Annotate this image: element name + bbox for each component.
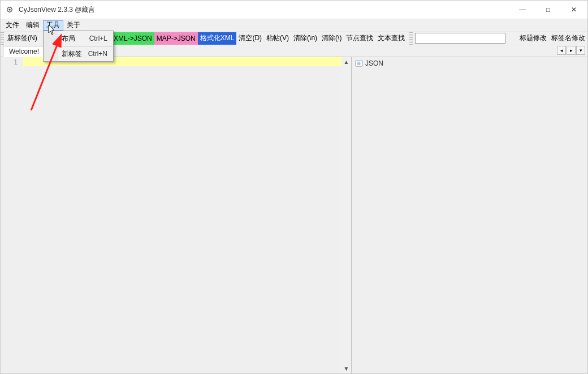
close-button[interactable]: ✕: [561, 1, 586, 18]
tab-prev-button[interactable]: ◂: [557, 46, 566, 55]
tool-map-to-json[interactable]: MAP->JSON: [154, 32, 198, 45]
text-editor[interactable]: [23, 57, 341, 373]
tool-dropdown: 布局 Ctrl+L 新标签 Ctrl+N: [43, 31, 114, 62]
maximize-button[interactable]: □: [535, 1, 561, 18]
editor-gutter: 1: [1, 57, 23, 373]
tool-node-find[interactable]: 节点查找: [344, 32, 375, 45]
svg-point-1: [8, 8, 11, 11]
tool-title-modify[interactable]: 标题修改: [517, 32, 549, 45]
menu-tool[interactable]: 工具: [43, 20, 63, 31]
tool-clear[interactable]: 清空(D): [236, 32, 264, 45]
tool-search-input[interactable]: [415, 33, 505, 44]
tool-text-find[interactable]: 文本查找: [375, 32, 407, 45]
line-number-1: 1: [1, 58, 18, 66]
toolbar-grip-2: [409, 32, 413, 45]
tool-tabname-modify[interactable]: 标签名修改: [549, 32, 587, 45]
tree-root-label: JSON: [365, 59, 383, 67]
tree-pane: JSON: [352, 57, 587, 373]
dropdown-newtab-shortcut: Ctrl+N: [88, 50, 113, 58]
editor-pane: 1 ▲ ▼: [1, 57, 352, 373]
dropdown-layout-shortcut: Ctrl+L: [89, 35, 113, 42]
menu-about[interactable]: 关于: [63, 20, 84, 31]
dropdown-newtab[interactable]: 新标签 Ctrl+N: [44, 48, 113, 60]
tool-strip-backslash[interactable]: 清除(\): [319, 32, 344, 45]
tab-next-button[interactable]: ▸: [567, 46, 576, 55]
dropdown-newtab-label: 新标签: [62, 49, 82, 59]
tool-format-xml[interactable]: 格式化XML: [198, 32, 237, 45]
dropdown-separator: [59, 46, 112, 46]
menu-edit[interactable]: 编辑: [23, 20, 43, 31]
json-icon: [355, 59, 363, 67]
titlebar: CyJsonView 2.3.3 @藏言 — □ ✕: [1, 1, 587, 19]
tool-strip-newline[interactable]: 清除(\n): [291, 32, 319, 45]
menu-file[interactable]: 文件: [2, 20, 23, 31]
tab-menu-button[interactable]: ▾: [576, 46, 585, 55]
scroll-down-button[interactable]: ▼: [341, 364, 351, 373]
scroll-up-button[interactable]: ▲: [341, 57, 351, 67]
editor-scrollbar[interactable]: ▲ ▼: [341, 57, 351, 373]
minimize-button[interactable]: —: [510, 1, 535, 18]
tab-nav: ◂ ▸ ▾: [557, 46, 585, 55]
tree-root-node[interactable]: JSON: [355, 59, 584, 67]
app-title: CyJsonView 2.3.3 @藏言: [19, 5, 95, 15]
dropdown-layout-label: 布局: [62, 34, 75, 44]
app-icon: [4, 4, 15, 15]
tool-paste[interactable]: 粘帖(V): [264, 32, 291, 45]
scroll-track[interactable]: [341, 67, 351, 364]
tool-newtab[interactable]: 新标签(N): [5, 32, 40, 45]
dropdown-layout[interactable]: 布局 Ctrl+L: [44, 32, 113, 45]
tool-xml-to-json[interactable]: XML->JSON: [111, 32, 154, 45]
menubar: 文件 编辑 工具 关于: [1, 19, 587, 31]
tab-welcome[interactable]: Welcome!: [3, 46, 45, 57]
toolbar-grip: [1, 32, 4, 45]
